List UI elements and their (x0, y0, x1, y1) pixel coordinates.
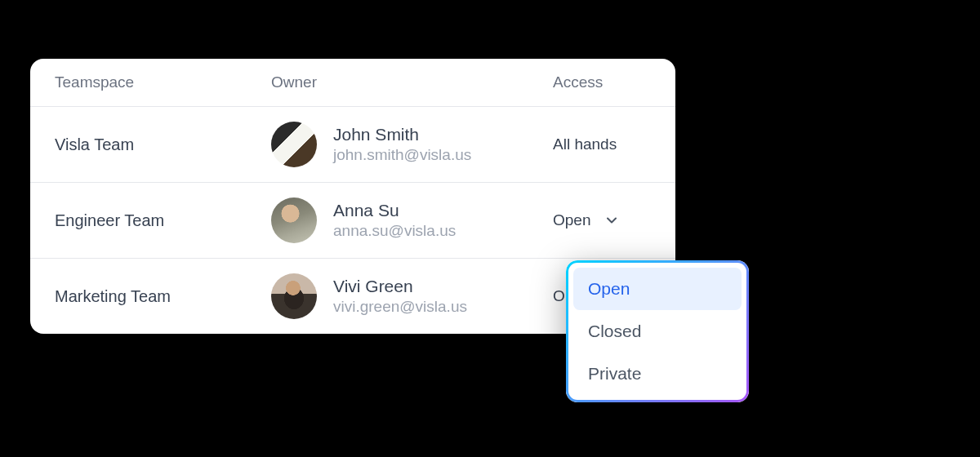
avatar (271, 122, 317, 167)
owner-cell: John Smith john.smith@visla.us (271, 122, 553, 167)
dropdown-option-closed[interactable]: Closed (573, 310, 742, 353)
owner-name: Anna Su (333, 201, 456, 220)
access-dropdown-trigger[interactable]: Open (553, 211, 675, 229)
avatar (271, 197, 317, 243)
owner-info: Vivi Green vivi.green@visla.us (333, 277, 467, 316)
teamspace-name: Engineer Team (55, 211, 271, 230)
avatar (271, 273, 317, 319)
chevron-down-icon (605, 214, 618, 227)
access-dropdown-menu: Open Closed Private (566, 260, 749, 402)
table-row: Visla Team John Smith john.smith@visla.u… (30, 107, 675, 183)
header-owner: Owner (271, 73, 553, 91)
teamspace-name: Visla Team (55, 135, 271, 154)
table-header: Teamspace Owner Access (30, 59, 675, 107)
header-teamspace: Teamspace (55, 73, 271, 91)
dropdown-option-private[interactable]: Private (573, 353, 742, 395)
owner-name: Vivi Green (333, 277, 467, 296)
owner-info: John Smith john.smith@visla.us (333, 125, 471, 164)
access-value: All hands (553, 135, 617, 153)
access-value: Open (553, 211, 590, 229)
teamspace-name: Marketing Team (55, 287, 271, 306)
access-value: O (553, 287, 565, 305)
owner-cell: Vivi Green vivi.green@visla.us (271, 273, 553, 319)
owner-email: anna.su@visla.us (333, 222, 456, 240)
owner-email: john.smith@visla.us (333, 146, 471, 164)
header-access: Access (553, 73, 675, 91)
owner-email: vivi.green@visla.us (333, 298, 467, 316)
table-row: Engineer Team Anna Su anna.su@visla.us O… (30, 183, 675, 259)
dropdown-option-open[interactable]: Open (573, 268, 742, 310)
owner-cell: Anna Su anna.su@visla.us (271, 197, 553, 243)
owner-name: John Smith (333, 125, 471, 144)
access-cell: All hands (553, 135, 675, 153)
owner-info: Anna Su anna.su@visla.us (333, 201, 456, 240)
